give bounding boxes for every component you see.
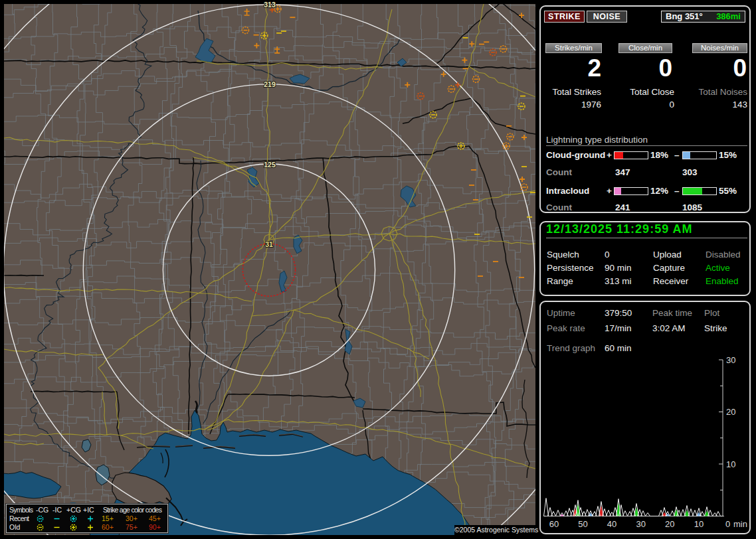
svg-text:125: 125	[264, 161, 276, 169]
svg-text:Old: Old	[9, 523, 21, 531]
svg-text:313: 313	[264, 1, 276, 9]
svg-text:30: 30	[726, 355, 735, 365]
svg-text:45+: 45+	[149, 514, 161, 522]
svg-text:60: 60	[549, 519, 559, 529]
svg-text:+IC: +IC	[83, 506, 94, 514]
svg-text:75+: 75+	[126, 523, 138, 531]
svg-text:20: 20	[726, 407, 735, 417]
svg-text:50: 50	[578, 519, 587, 529]
svg-text:min: min	[733, 519, 747, 529]
svg-text:20: 20	[665, 519, 674, 529]
svg-text:30: 30	[636, 519, 645, 529]
svg-text:+CG: +CG	[66, 506, 81, 514]
svg-text:Strike age color codes: Strike age color codes	[103, 506, 162, 514]
svg-text:10: 10	[726, 459, 735, 469]
svg-text:219: 219	[264, 80, 276, 88]
svg-text:-IC: -IC	[52, 506, 62, 514]
svg-text:40: 40	[607, 519, 616, 529]
svg-text:15+: 15+	[102, 514, 114, 522]
svg-text:90+: 90+	[149, 523, 161, 531]
svg-text:60+: 60+	[102, 523, 114, 531]
svg-text:30+: 30+	[126, 514, 138, 522]
svg-text:10: 10	[694, 519, 704, 529]
svg-text:0: 0	[725, 519, 730, 529]
svg-text:Symbols: Symbols	[9, 506, 33, 514]
svg-text:31: 31	[265, 240, 273, 248]
svg-text:Recent: Recent	[9, 514, 29, 522]
svg-text:-CG: -CG	[36, 506, 48, 514]
